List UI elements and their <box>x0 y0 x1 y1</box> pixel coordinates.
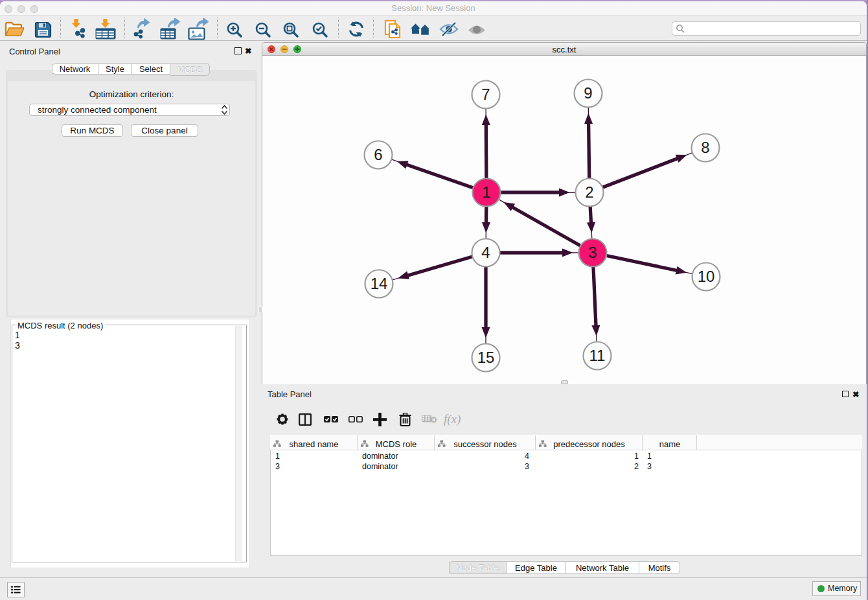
svg-text:15: 15 <box>477 349 495 366</box>
svg-text:7: 7 <box>481 86 490 103</box>
svg-text:14: 14 <box>371 275 388 292</box>
svg-text:10: 10 <box>698 268 715 285</box>
svg-text:11: 11 <box>589 347 606 364</box>
svg-text:8: 8 <box>701 139 709 156</box>
svg-text:3: 3 <box>588 244 597 261</box>
svg-text:4: 4 <box>481 244 490 261</box>
svg-text:6: 6 <box>374 146 382 163</box>
svg-text:1: 1 <box>482 183 490 201</box>
svg-text:9: 9 <box>584 84 592 102</box>
svg-text:2: 2 <box>585 183 593 201</box>
